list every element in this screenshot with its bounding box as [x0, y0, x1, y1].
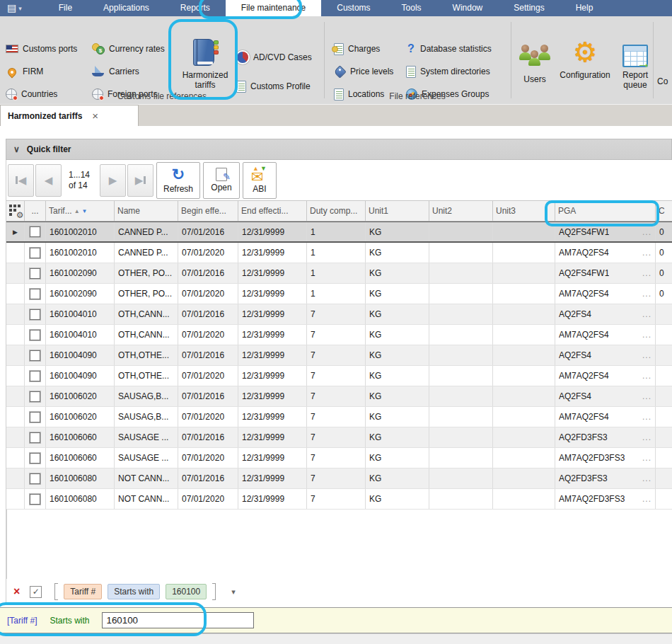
pga-ellipsis-button[interactable]: ... [642, 268, 651, 278]
cell-c[interactable] [656, 468, 672, 488]
header-begin[interactable]: Begin effe... [178, 201, 238, 221]
cell-name[interactable]: OTH,CANN... [115, 325, 178, 345]
cell-pga[interactable]: AM7AQ2FD3FS3... [555, 448, 656, 468]
cell-name[interactable]: OTHER, PO... [115, 263, 178, 283]
cell-duty[interactable]: 7 [307, 448, 366, 468]
cell-pga[interactable]: AM7AQ2FS4... [555, 243, 656, 263]
ribbon-item-currency-rates[interactable]: $ Currency rates [92, 42, 165, 56]
cell-unit1[interactable]: KG [366, 407, 429, 427]
ribbon-item-price-levels[interactable]: Price levels [334, 64, 393, 79]
cell-pga[interactable]: AQ2FD3FS3... [555, 427, 656, 447]
filter-field-chip[interactable]: Tariff # [64, 584, 102, 599]
filter-funnel-icon[interactable]: ▼ [82, 208, 88, 214]
table-row[interactable]: ▶1601002010CANNED P...07/01/201612/31/99… [6, 222, 672, 243]
table-row[interactable]: 1601004090OTH,OTHE...07/01/202012/31/999… [6, 366, 672, 386]
cell-unit3[interactable] [493, 468, 555, 488]
cell-tariff[interactable]: 1601004090 [46, 366, 115, 386]
cell-duty[interactable]: 1 [307, 243, 366, 263]
row-select-checkbox[interactable] [25, 407, 46, 427]
cell-name[interactable]: NOT CANN... [115, 468, 178, 488]
cell-end[interactable]: 12/31/9999 [238, 427, 307, 447]
cell-unit2[interactable] [429, 427, 493, 447]
cell-pga[interactable]: AQ2FS4FW1... [555, 222, 656, 241]
cell-name[interactable]: OTHER, PO... [115, 284, 178, 304]
cell-end[interactable]: 12/31/9999 [238, 345, 307, 365]
cell-tariff[interactable]: 1601006020 [46, 386, 115, 406]
filter-dropdown-caret[interactable]: ▾ [231, 587, 236, 597]
cell-duty[interactable]: 7 [307, 345, 366, 365]
refresh-button[interactable]: ↻ Refresh [156, 162, 200, 199]
cell-begin[interactable]: 07/01/2016 [178, 386, 238, 406]
table-row[interactable]: 1601004010OTH,CANN...07/01/202012/31/999… [6, 325, 672, 345]
cell-name[interactable]: CANNED P... [115, 222, 178, 241]
cell-unit1[interactable]: KG [366, 325, 429, 345]
cell-c[interactable]: 0 [656, 222, 672, 241]
cell-c[interactable] [656, 489, 672, 509]
cell-end[interactable]: 12/31/9999 [238, 243, 307, 263]
cell-tariff[interactable]: 1601006060 [46, 427, 115, 447]
header-unit1[interactable]: Unit1 [366, 201, 429, 221]
cell-end[interactable]: 12/31/9999 [238, 448, 307, 468]
cell-name[interactable]: SAUSAGE ... [115, 448, 178, 468]
cell-end[interactable]: 12/31/9999 [238, 222, 307, 241]
cell-name[interactable]: SAUSAG,B... [115, 407, 178, 427]
column-chooser-button[interactable]: ⚙ [6, 201, 25, 221]
cell-pga[interactable]: AM7AQ2FS4... [555, 407, 656, 427]
cell-unit2[interactable] [429, 284, 493, 304]
cell-tariff[interactable]: 1601002090 [46, 284, 115, 304]
cell-tariff[interactable]: 1601004010 [46, 304, 115, 324]
cell-unit3[interactable] [493, 325, 555, 345]
cell-duty[interactable]: 1 [307, 222, 366, 241]
cell-begin[interactable]: 07/01/2016 [178, 345, 238, 365]
cell-begin[interactable]: 07/01/2016 [178, 427, 238, 447]
cell-unit1[interactable]: KG [366, 243, 429, 263]
table-row[interactable]: 1601002090OTHER, PO...07/01/201612/31/99… [6, 263, 672, 284]
cell-duty[interactable]: 7 [307, 325, 366, 345]
cell-duty[interactable]: 7 [307, 407, 366, 427]
cell-unit1[interactable]: KG [366, 345, 429, 365]
row-select-checkbox[interactable] [25, 284, 46, 304]
cell-unit1[interactable]: KG [366, 222, 429, 241]
table-row[interactable]: 1601004090OTH,OTHE...07/01/201612/31/999… [6, 345, 672, 366]
pga-ellipsis-button[interactable]: ... [642, 330, 651, 340]
tab-close-icon[interactable]: × [92, 110, 98, 121]
cell-unit3[interactable] [493, 448, 555, 468]
cell-unit3[interactable] [493, 386, 555, 406]
quick-filter-header[interactable]: ∨ Quick filter [6, 139, 672, 160]
status-filter-value-input[interactable] [102, 612, 254, 628]
cell-duty[interactable]: 1 [307, 263, 366, 283]
table-row[interactable]: 1601006020SAUSAG,B...07/01/201612/31/999… [6, 386, 672, 407]
row-select-checkbox[interactable] [25, 345, 46, 365]
pga-ellipsis-button[interactable]: ... [642, 289, 651, 299]
ribbon-item-truncated[interactable]: Co [657, 74, 668, 88]
row-select-checkbox[interactable] [25, 489, 46, 509]
row-select-checkbox[interactable] [25, 222, 46, 241]
pga-ellipsis-button[interactable]: ... [642, 473, 651, 483]
ribbon-item-customs-ports[interactable]: Customs ports [6, 42, 77, 56]
pga-ellipsis-button[interactable]: ... [642, 412, 651, 422]
cell-end[interactable]: 12/31/9999 [238, 386, 307, 406]
cell-unit3[interactable] [493, 427, 555, 447]
cell-c[interactable] [656, 366, 672, 386]
users-button[interactable]: Users [515, 42, 555, 84]
cell-duty[interactable]: 7 [307, 366, 366, 386]
cell-duty[interactable]: 7 [307, 468, 366, 488]
cell-unit3[interactable] [493, 407, 555, 427]
menu-item-window[interactable]: Window [437, 0, 499, 16]
cell-unit2[interactable] [429, 222, 493, 241]
abi-button[interactable]: ▲▼✉ ABI [243, 162, 277, 199]
row-select-checkbox[interactable] [25, 325, 46, 345]
cell-name[interactable]: OTH,CANN... [115, 304, 178, 324]
cell-duty[interactable]: 7 [307, 489, 366, 509]
pga-ellipsis-button[interactable]: ... [642, 432, 651, 442]
row-select-checkbox[interactable] [25, 243, 46, 263]
cell-unit2[interactable] [429, 489, 493, 509]
ribbon-item-adcvd-cases[interactable]: AD/CVD Cases [236, 50, 312, 64]
row-select-checkbox[interactable] [25, 427, 46, 447]
cell-pga[interactable]: AQ2FS4FW1... [555, 263, 656, 283]
cell-unit3[interactable] [493, 222, 555, 241]
cell-c[interactable]: 0 [656, 243, 672, 263]
ribbon-item-carriers[interactable]: Carriers [92, 64, 139, 79]
row-select-checkbox[interactable] [25, 304, 46, 324]
row-select-checkbox[interactable] [25, 386, 46, 406]
